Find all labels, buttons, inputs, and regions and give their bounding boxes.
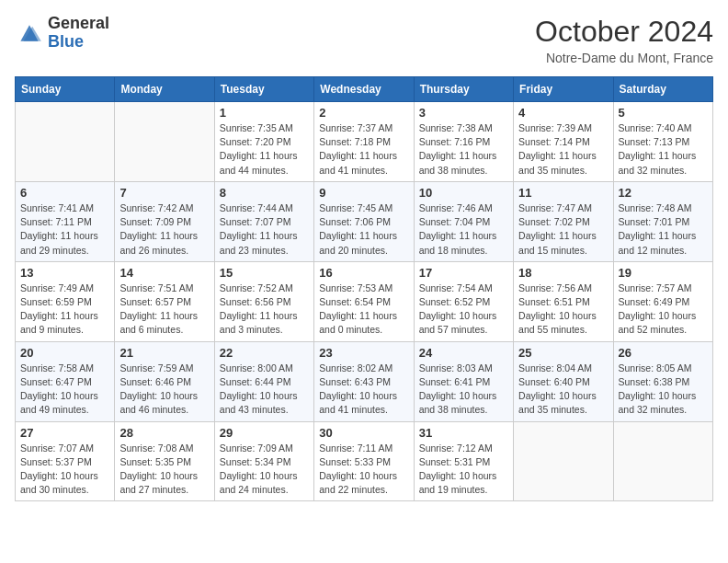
day-number: 10 <box>419 186 508 200</box>
day-number: 4 <box>518 106 608 120</box>
day-number: 27 <box>20 426 109 440</box>
weekday-header-row: SundayMondayTuesdayWednesdayThursdayFrid… <box>16 77 713 102</box>
logo-general: General <box>48 15 109 33</box>
calendar-cell: 7Sunrise: 7:42 AMSunset: 7:09 PMDaylight… <box>115 181 214 261</box>
calendar-cell: 13Sunrise: 7:49 AMSunset: 6:59 PMDayligh… <box>16 261 115 341</box>
logo-icon <box>15 20 44 46</box>
calendar-cell: 28Sunrise: 7:08 AMSunset: 5:35 PMDayligh… <box>115 421 214 501</box>
day-number: 19 <box>619 266 708 280</box>
day-number: 29 <box>220 426 309 440</box>
calendar-cell: 4Sunrise: 7:39 AMSunset: 7:14 PMDaylight… <box>514 102 613 182</box>
calendar-cell: 16Sunrise: 7:53 AMSunset: 6:54 PMDayligh… <box>314 261 414 341</box>
day-info: Sunrise: 7:09 AMSunset: 5:34 PMDaylight:… <box>220 442 309 498</box>
day-number: 3 <box>419 106 508 120</box>
day-number: 13 <box>20 266 109 280</box>
logo-blue: Blue <box>48 33 109 52</box>
weekday-header: Saturday <box>613 77 712 102</box>
day-info: Sunrise: 7:38 AMSunset: 7:16 PMDaylight:… <box>419 121 508 178</box>
day-info: Sunrise: 7:11 AMSunset: 5:33 PMDaylight:… <box>319 442 408 498</box>
calendar-cell <box>514 421 613 501</box>
calendar-cell: 21Sunrise: 7:59 AMSunset: 6:46 PMDayligh… <box>115 341 214 421</box>
day-number: 26 <box>619 346 708 360</box>
calendar-week-row: 27Sunrise: 7:07 AMSunset: 5:37 PMDayligh… <box>16 421 713 501</box>
day-info: Sunrise: 7:47 AMSunset: 7:02 PMDaylight:… <box>518 201 608 258</box>
day-number: 8 <box>220 186 309 200</box>
day-info: Sunrise: 7:57 AMSunset: 6:49 PMDaylight:… <box>619 282 708 338</box>
calendar-cell: 3Sunrise: 7:38 AMSunset: 7:16 PMDaylight… <box>414 102 513 182</box>
title-block: October 2024 Notre-Dame du Mont, France <box>535 15 713 65</box>
calendar-cell: 17Sunrise: 7:54 AMSunset: 6:52 PMDayligh… <box>414 261 513 341</box>
day-number: 23 <box>319 346 408 360</box>
day-info: Sunrise: 7:45 AMSunset: 7:06 PMDaylight:… <box>319 201 408 258</box>
day-number: 30 <box>319 426 408 440</box>
logo: General Blue <box>15 15 109 52</box>
calendar-week-row: 1Sunrise: 7:35 AMSunset: 7:20 PMDaylight… <box>16 102 713 182</box>
calendar-cell: 19Sunrise: 7:57 AMSunset: 6:49 PMDayligh… <box>613 261 712 341</box>
day-number: 7 <box>119 186 209 200</box>
month-title: October 2024 <box>535 15 713 49</box>
calendar-cell: 2Sunrise: 7:37 AMSunset: 7:18 PMDaylight… <box>314 102 414 182</box>
day-info: Sunrise: 7:59 AMSunset: 6:46 PMDaylight:… <box>119 362 209 418</box>
calendar-cell: 23Sunrise: 8:02 AMSunset: 6:43 PMDayligh… <box>314 341 414 421</box>
calendar-cell: 1Sunrise: 7:35 AMSunset: 7:20 PMDaylight… <box>214 102 313 182</box>
day-info: Sunrise: 7:44 AMSunset: 7:07 PMDaylight:… <box>220 201 309 258</box>
day-info: Sunrise: 7:07 AMSunset: 5:37 PMDaylight:… <box>20 442 109 498</box>
day-info: Sunrise: 8:05 AMSunset: 6:38 PMDaylight:… <box>619 362 708 418</box>
day-info: Sunrise: 8:04 AMSunset: 6:40 PMDaylight:… <box>518 362 608 418</box>
day-info: Sunrise: 7:41 AMSunset: 7:11 PMDaylight:… <box>20 201 109 258</box>
weekday-header: Thursday <box>414 77 513 102</box>
day-info: Sunrise: 7:51 AMSunset: 6:57 PMDaylight:… <box>119 282 209 338</box>
day-info: Sunrise: 7:56 AMSunset: 6:51 PMDaylight:… <box>518 282 608 338</box>
calendar-cell: 20Sunrise: 7:58 AMSunset: 6:47 PMDayligh… <box>16 341 115 421</box>
calendar-cell: 26Sunrise: 8:05 AMSunset: 6:38 PMDayligh… <box>613 341 712 421</box>
day-number: 25 <box>518 346 608 360</box>
day-info: Sunrise: 8:02 AMSunset: 6:43 PMDaylight:… <box>319 362 408 418</box>
day-info: Sunrise: 7:37 AMSunset: 7:18 PMDaylight:… <box>319 121 408 178</box>
day-number: 12 <box>619 186 708 200</box>
day-info: Sunrise: 7:58 AMSunset: 6:47 PMDaylight:… <box>20 362 109 418</box>
calendar-week-row: 13Sunrise: 7:49 AMSunset: 6:59 PMDayligh… <box>16 261 713 341</box>
day-number: 1 <box>220 106 309 120</box>
calendar-cell: 5Sunrise: 7:40 AMSunset: 7:13 PMDaylight… <box>613 102 712 182</box>
day-info: Sunrise: 7:52 AMSunset: 6:56 PMDaylight:… <box>220 282 309 338</box>
calendar-cell <box>613 421 712 501</box>
calendar-cell: 12Sunrise: 7:48 AMSunset: 7:01 PMDayligh… <box>613 181 712 261</box>
day-number: 16 <box>319 266 408 280</box>
day-number: 14 <box>119 266 209 280</box>
day-number: 9 <box>319 186 408 200</box>
day-info: Sunrise: 7:12 AMSunset: 5:31 PMDaylight:… <box>419 442 508 498</box>
calendar-cell: 11Sunrise: 7:47 AMSunset: 7:02 PMDayligh… <box>514 181 613 261</box>
day-number: 11 <box>518 186 608 200</box>
calendar-cell: 14Sunrise: 7:51 AMSunset: 6:57 PMDayligh… <box>115 261 214 341</box>
weekday-header: Tuesday <box>214 77 313 102</box>
day-info: Sunrise: 7:54 AMSunset: 6:52 PMDaylight:… <box>419 282 508 338</box>
day-info: Sunrise: 7:39 AMSunset: 7:14 PMDaylight:… <box>518 121 608 178</box>
logo-text: General Blue <box>48 15 109 52</box>
day-info: Sunrise: 7:49 AMSunset: 6:59 PMDaylight:… <box>20 282 109 338</box>
weekday-header: Wednesday <box>314 77 414 102</box>
day-info: Sunrise: 7:42 AMSunset: 7:09 PMDaylight:… <box>119 201 209 258</box>
day-number: 21 <box>119 346 209 360</box>
calendar-cell <box>16 102 115 182</box>
day-info: Sunrise: 7:46 AMSunset: 7:04 PMDaylight:… <box>419 201 508 258</box>
day-number: 28 <box>119 426 209 440</box>
day-info: Sunrise: 7:08 AMSunset: 5:35 PMDaylight:… <box>119 442 209 498</box>
day-number: 24 <box>419 346 508 360</box>
day-number: 5 <box>619 106 708 120</box>
calendar-cell: 30Sunrise: 7:11 AMSunset: 5:33 PMDayligh… <box>314 421 414 501</box>
calendar-cell: 15Sunrise: 7:52 AMSunset: 6:56 PMDayligh… <box>214 261 313 341</box>
day-info: Sunrise: 7:40 AMSunset: 7:13 PMDaylight:… <box>619 121 708 178</box>
page-header: General Blue October 2024 Notre-Dame du … <box>15 15 713 65</box>
weekday-header: Friday <box>514 77 613 102</box>
calendar-cell: 6Sunrise: 7:41 AMSunset: 7:11 PMDaylight… <box>16 181 115 261</box>
day-number: 17 <box>419 266 508 280</box>
calendar-cell: 31Sunrise: 7:12 AMSunset: 5:31 PMDayligh… <box>414 421 513 501</box>
day-info: Sunrise: 7:35 AMSunset: 7:20 PMDaylight:… <box>220 121 309 178</box>
calendar-cell: 9Sunrise: 7:45 AMSunset: 7:06 PMDaylight… <box>314 181 414 261</box>
calendar-cell: 18Sunrise: 7:56 AMSunset: 6:51 PMDayligh… <box>514 261 613 341</box>
day-number: 18 <box>518 266 608 280</box>
calendar-week-row: 6Sunrise: 7:41 AMSunset: 7:11 PMDaylight… <box>16 181 713 261</box>
calendar-cell: 27Sunrise: 7:07 AMSunset: 5:37 PMDayligh… <box>16 421 115 501</box>
day-number: 6 <box>20 186 109 200</box>
day-number: 31 <box>419 426 508 440</box>
